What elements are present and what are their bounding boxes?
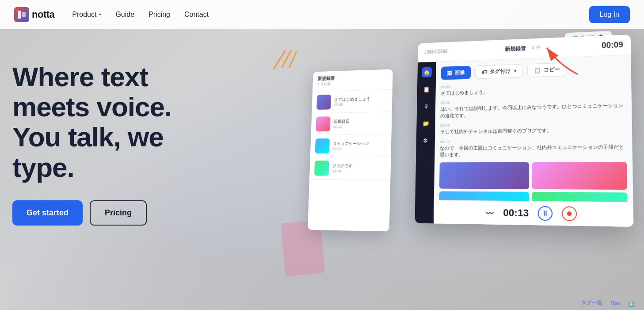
list-panel-header: 新規録音 4 件録音 bbox=[312, 69, 393, 92]
waveform-icon: 〰️ bbox=[485, 208, 494, 217]
info-icon[interactable]: ℹ️ bbox=[628, 301, 635, 308]
tips-label[interactable]: Tips bbox=[610, 300, 620, 307]
logo[interactable]: notta bbox=[14, 7, 54, 22]
list-item[interactable]: ブログです 00:38 bbox=[309, 157, 391, 180]
chevron-icon: ▾ bbox=[514, 69, 516, 73]
image-action-btn[interactable]: 🖼 画像 bbox=[441, 66, 471, 80]
tag-list-label[interactable]: タグ一覧 bbox=[581, 299, 602, 306]
panel-header-label: 記録の詳細 bbox=[424, 48, 447, 55]
nav-product[interactable]: Product ▾ bbox=[72, 11, 101, 19]
list-item-time: 00:05 bbox=[334, 102, 370, 107]
action-row: 🖼 画像 🏷 タグ付け ▾ 📋 コピー bbox=[441, 61, 625, 80]
nav-contact[interactable]: Contact bbox=[184, 11, 209, 19]
copy-action-btn[interactable]: 📋 コピー bbox=[527, 62, 567, 77]
sidebar-settings-icon[interactable]: ⚙ bbox=[420, 135, 431, 146]
svg-rect-1 bbox=[22, 12, 26, 17]
logo-icon bbox=[14, 7, 29, 22]
sidebar-list-icon[interactable]: 📋 bbox=[421, 84, 431, 95]
login-button[interactable]: Log In bbox=[589, 6, 630, 23]
list-thumb bbox=[316, 95, 331, 110]
transcript-item: 00:05 さてはじめましょう。 bbox=[441, 80, 626, 97]
image-cell bbox=[439, 162, 529, 189]
tag-action-btn[interactable]: 🏷 タグ付け ▾ bbox=[475, 64, 523, 79]
panel-tab-count: 4 件 bbox=[532, 44, 541, 52]
transcript-text: なので、今回の主題はコミュニケーション、社内外コミュニケーションの手段だと思いま… bbox=[440, 143, 627, 158]
list-item[interactable]: 新規録音 00:12 bbox=[311, 112, 392, 135]
logo-svg bbox=[17, 10, 26, 19]
list-item-time: 00:38 bbox=[332, 169, 352, 173]
list-item-text: さてはじめましょう bbox=[334, 96, 370, 103]
hero-buttons: Get started Pricing bbox=[12, 200, 171, 226]
hero-section: Where text meets voice. You talk, we typ… bbox=[0, 0, 644, 310]
tag-icon: 🏷 bbox=[482, 69, 487, 75]
get-started-button[interactable]: Get started bbox=[12, 200, 83, 226]
transcript-time: 00:38 bbox=[440, 138, 626, 144]
copy-icon: 📋 bbox=[534, 67, 541, 73]
nav-pricing[interactable]: Pricing bbox=[149, 11, 170, 19]
stop-button[interactable] bbox=[562, 206, 577, 221]
nav-left: notta Product ▾ Guide Pricing Contact bbox=[14, 7, 209, 22]
list-item-time: 00:25 bbox=[332, 146, 369, 151]
sidebar-home-icon[interactable]: 🏠 bbox=[422, 67, 432, 78]
list-panel: 新規録音 4 件録音 さてはじめましょう 00:05 新規録音 00:12 bbox=[308, 69, 393, 231]
hero-headline: Where text meets voice. You talk, we typ… bbox=[12, 62, 171, 183]
nav-links: Product ▾ Guide Pricing Contact bbox=[72, 11, 209, 19]
main-panel: 記録の詳細 新規録音 4 件 00:09 🏠 📋 🎙 📁 ⚙ bbox=[415, 34, 633, 227]
stop-dot bbox=[567, 211, 572, 216]
pause-button[interactable]: ⏸ bbox=[538, 206, 553, 221]
list-item-text: ブログです bbox=[332, 163, 352, 169]
image-cell bbox=[532, 162, 627, 190]
svg-rect-0 bbox=[18, 11, 21, 19]
transcript-item: 00:25 そして社内外チャンネルは百円稼ぐのブログです。 bbox=[440, 121, 626, 135]
app-visual: 🌐 日本語 👤 新規録音 4 件録音 さてはじめましょう 00:05 bbox=[290, 29, 644, 310]
panel-tab-title: 新規録音 bbox=[505, 45, 526, 53]
sidebar-mic-icon[interactable]: 🎙 bbox=[421, 101, 431, 111]
list-thumb bbox=[316, 116, 330, 131]
sidebar-dark: 🏠 📋 🎙 📁 ⚙ bbox=[415, 62, 436, 224]
timer-text: 00:13 bbox=[503, 207, 529, 219]
chevron-down-icon: ▾ bbox=[99, 12, 101, 17]
list-item[interactable]: さてはじめましょう 00:05 bbox=[312, 90, 392, 114]
list-item[interactable]: コミュニケーション 00:25 bbox=[310, 134, 392, 157]
bottom-toolbar: タグ一覧 Tips ℹ️ bbox=[581, 299, 635, 308]
sidebar-folder-icon[interactable]: 📁 bbox=[421, 118, 431, 129]
image-icon: 🖼 bbox=[447, 70, 452, 76]
logo-wordmark: notta bbox=[32, 9, 54, 20]
panel-header-tabs: 新規録音 4 件 bbox=[505, 44, 541, 53]
transcript-item: 00:38 なので、今回の主題はコミュニケーション、社内外コミュニケーションの手… bbox=[440, 138, 627, 158]
list-thumb bbox=[314, 161, 329, 176]
transcript-text: そして社内外チャンネルは百円稼ぐのブログです。 bbox=[440, 126, 626, 135]
panel-time-display: 00:09 bbox=[602, 40, 623, 50]
mockup-wrapper: 🌐 日本語 👤 新規録音 4 件録音 さてはじめましょう 00:05 bbox=[297, 24, 644, 310]
transcript-item: 00:12 はい。それでは説明します。今回以上にみなつうです。ひとつコミュニケー… bbox=[440, 97, 626, 119]
hero-content: Where text meets voice. You talk, we typ… bbox=[12, 62, 171, 226]
pricing-button[interactable]: Pricing bbox=[90, 200, 147, 226]
nav-guide[interactable]: Guide bbox=[115, 11, 134, 19]
navbar: notta Product ▾ Guide Pricing Contact Lo… bbox=[0, 0, 644, 29]
list-item-text: 新規録音 bbox=[333, 119, 350, 125]
list-item-time: 00:12 bbox=[333, 124, 349, 129]
transcript-text: はい。それでは説明します。今回以上にみなつうです。ひとつコミュニケーションの進化… bbox=[440, 102, 626, 119]
list-item-text: コミュニケーション bbox=[333, 141, 369, 147]
list-thumb bbox=[315, 138, 330, 153]
timer-display: 〰️ 00:13 ⏸ bbox=[434, 200, 633, 227]
